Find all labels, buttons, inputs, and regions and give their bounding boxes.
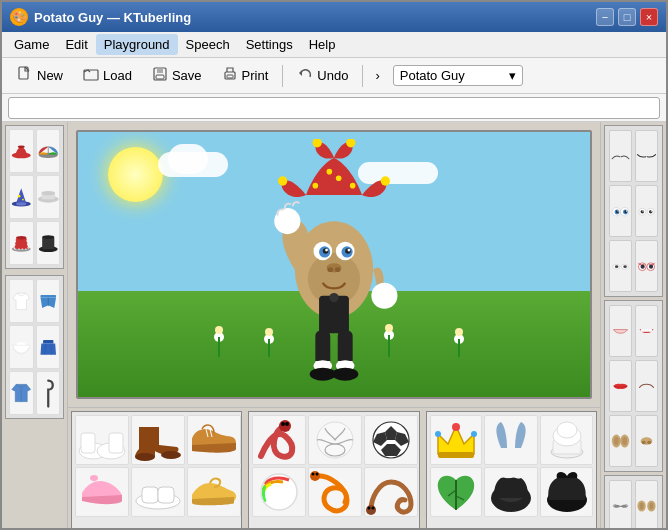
shoe-sneaker[interactable]: [187, 415, 241, 465]
menu-edit[interactable]: Edit: [57, 34, 95, 55]
item-ball-white[interactable]: [308, 415, 362, 465]
shoe-white2[interactable]: [131, 467, 185, 517]
eyes-round[interactable]: [609, 185, 632, 237]
minimize-button[interactable]: −: [596, 8, 614, 26]
potato-ears[interactable]: [635, 480, 658, 530]
new-label: New: [37, 68, 63, 83]
svg-point-20: [16, 236, 26, 239]
mouths-section: [604, 300, 663, 472]
center-panel: [68, 122, 600, 530]
ear-item[interactable]: [609, 415, 632, 467]
svg-point-14: [18, 195, 21, 198]
titlebar-left: 🎨 Potato Guy — KTuberling: [10, 8, 191, 26]
svg-point-102: [312, 473, 315, 476]
svg-point-133: [642, 210, 643, 211]
mouth-frown[interactable]: [635, 360, 658, 412]
svg-point-109: [435, 431, 441, 437]
item-horns[interactable]: [484, 415, 538, 465]
svg-point-105: [368, 507, 371, 510]
eyebrows-angry[interactable]: [635, 130, 658, 182]
print-button[interactable]: Print: [213, 62, 278, 89]
undo-button[interactable]: Undo: [288, 62, 357, 89]
boot-white[interactable]: [75, 415, 129, 465]
svg-point-62: [327, 267, 333, 272]
mustache-handlebar[interactable]: [609, 480, 632, 530]
menu-help[interactable]: Help: [301, 34, 344, 55]
svg-point-13: [16, 202, 26, 205]
acc-cane[interactable]: [36, 371, 61, 415]
item-soccer-ball[interactable]: [364, 415, 418, 465]
toolbar-separator2: [362, 65, 363, 87]
eyes-section: [604, 125, 663, 297]
new-button[interactable]: New: [8, 62, 72, 89]
item-rainbow-ball[interactable]: [252, 467, 306, 517]
svg-rect-22: [42, 237, 54, 249]
shoe-pink[interactable]: [75, 467, 129, 517]
acc-skirt[interactable]: [36, 325, 61, 369]
boot-brown[interactable]: [131, 415, 185, 465]
svg-point-150: [622, 437, 627, 445]
hat-flat[interactable]: [36, 175, 61, 219]
potato-character: [234, 139, 434, 400]
mouth-lips[interactable]: [609, 360, 632, 412]
boots-grid: [72, 412, 241, 520]
item-chef-hat[interactable]: [540, 415, 593, 465]
forward-arrow-button[interactable]: ›: [368, 64, 386, 87]
svg-point-153: [647, 441, 651, 445]
item-snake[interactable]: [252, 415, 306, 465]
hat-tophat[interactable]: [36, 221, 61, 265]
load-button[interactable]: Load: [74, 62, 141, 89]
svg-point-127: [617, 210, 618, 211]
eyebrows-arched[interactable]: [609, 130, 632, 182]
acc-shirt[interactable]: [9, 279, 34, 323]
svg-rect-6: [227, 75, 233, 78]
svg-point-75: [332, 367, 358, 380]
menu-speech[interactable]: Speech: [178, 34, 238, 55]
menu-settings[interactable]: Settings: [238, 34, 301, 55]
menu-playground[interactable]: Playground: [96, 34, 178, 55]
item-crown[interactable]: [430, 415, 483, 465]
hat-umbrella[interactable]: [36, 129, 61, 173]
character-select[interactable]: Potato Guy ▾: [393, 65, 523, 86]
svg-point-101: [310, 471, 320, 481]
svg-rect-24: [40, 295, 56, 298]
mouth-teeth[interactable]: [635, 305, 658, 357]
shoe-sports[interactable]: [187, 467, 241, 517]
canvas-area[interactable]: [76, 130, 592, 399]
eyes-angry[interactable]: [635, 240, 658, 292]
eyes-dots[interactable]: [635, 185, 658, 237]
acc-tutu[interactable]: [9, 325, 34, 369]
svg-point-74: [310, 367, 336, 380]
svg-point-81: [161, 451, 181, 459]
save-button[interactable]: Save: [143, 62, 211, 89]
svg-rect-87: [142, 487, 158, 503]
item-snake2[interactable]: [308, 467, 362, 517]
item-worm[interactable]: [364, 467, 418, 517]
acc-shorts[interactable]: [36, 279, 61, 323]
svg-point-85: [90, 475, 98, 481]
mouth-smile[interactable]: [609, 305, 632, 357]
toolbar-separator: [282, 65, 283, 87]
svg-point-131: [641, 210, 645, 214]
search-input[interactable]: [8, 97, 660, 119]
nose-item[interactable]: [635, 415, 658, 467]
item-hair-dark[interactable]: [484, 467, 538, 517]
boots-panel: [71, 411, 242, 529]
hat-red[interactable]: [9, 129, 34, 173]
hat-striped[interactable]: [9, 221, 34, 265]
svg-point-157: [649, 503, 653, 510]
maximize-button[interactable]: □: [618, 8, 636, 26]
svg-rect-3: [157, 68, 163, 73]
snakes-panel: [248, 411, 419, 529]
svg-marker-7: [299, 70, 302, 76]
svg-point-46: [278, 176, 287, 185]
hat-wizard[interactable]: [9, 175, 34, 219]
close-button[interactable]: ×: [640, 8, 658, 26]
svg-rect-107: [438, 452, 474, 458]
menu-game[interactable]: Game: [6, 34, 57, 55]
item-leaf[interactable]: [430, 467, 483, 517]
svg-point-50: [313, 182, 319, 188]
acc-jacket[interactable]: [9, 371, 34, 415]
eyes-squint[interactable]: [609, 240, 632, 292]
item-hair-dark2[interactable]: [540, 467, 593, 517]
